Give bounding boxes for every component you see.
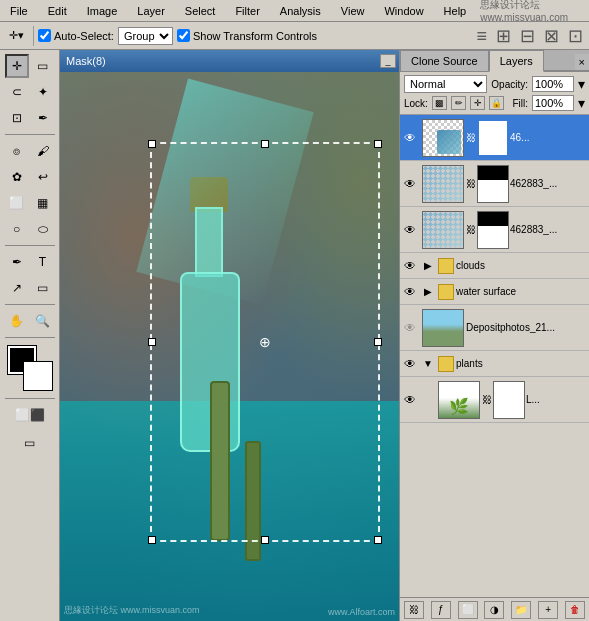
layer-group-item[interactable]: 👁 ▶ water surface [400, 279, 589, 305]
lock-label: Lock: [404, 98, 428, 109]
layer-item[interactable]: 👁 🌿 ⛓ L... [400, 377, 589, 423]
layer-visibility-btn[interactable]: 👁 [400, 163, 420, 204]
menu-view[interactable]: View [335, 3, 371, 19]
group-folder-icon [438, 284, 454, 300]
layer-thumbnail: 🌿 [438, 381, 480, 419]
canvas-window: Mask(8) _ □ × [60, 50, 399, 621]
delete-layer-btn[interactable]: 🗑 [565, 601, 585, 619]
layer-visibility-btn[interactable]: 👁 [400, 379, 420, 420]
color-selector[interactable] [8, 346, 52, 390]
group-expand-btn[interactable]: ▼ [420, 358, 436, 369]
eraser-tool[interactable]: ⬜ [5, 191, 29, 215]
screen-mode-btn[interactable]: ▭ [18, 431, 42, 455]
move-tool-btn[interactable]: ✛▾ [4, 26, 29, 45]
crop-tool[interactable]: ⊡ [5, 106, 29, 130]
layer-style-btn[interactable]: ƒ [431, 601, 451, 619]
link-layers-btn[interactable]: ⛓ [404, 601, 424, 619]
auto-select-dropdown[interactable]: Group [118, 27, 173, 45]
menu-help[interactable]: Help [438, 3, 473, 19]
lock-image-btn[interactable]: ✏ [451, 96, 466, 110]
pen-tool[interactable]: ✒ [5, 250, 29, 274]
menu-window[interactable]: Window [378, 3, 429, 19]
lock-all-btn[interactable]: 🔒 [489, 96, 504, 110]
layer-group-item[interactable]: 👁 ▶ clouds [400, 253, 589, 279]
watermark-left: 思緣设计论坛 www.missvuan.com [64, 604, 200, 617]
fill-label: Fill: [512, 98, 528, 109]
brush-tool[interactable]: 🖌 [31, 139, 55, 163]
layer-name: Depositphotos_21... [466, 322, 589, 333]
lasso-tool[interactable]: ⊂ [5, 80, 29, 104]
auto-select-label: Auto-Select: [38, 29, 114, 42]
clone-tool[interactable]: ✿ [5, 165, 29, 189]
zoom-tool[interactable]: 🔍 [31, 309, 55, 333]
path-select-tool[interactable]: ↗ [5, 276, 29, 300]
opacity-input[interactable] [532, 76, 574, 92]
layers-controls: Normal Opacity: ▾ Lock: ▩ ✏ ✛ 🔒 Fill: ▾ [400, 72, 589, 115]
layer-visibility-btn[interactable]: 👁 [400, 353, 420, 374]
menu-edit[interactable]: Edit [42, 3, 73, 19]
adjustment-btn[interactable]: ◑ [484, 601, 504, 619]
layer-mask-thumbnail [477, 211, 509, 249]
hand-tool[interactable]: ✋ [5, 309, 29, 333]
text-tool[interactable]: T [31, 250, 55, 274]
layer-visibility-btn[interactable]: 👁 [400, 255, 420, 276]
eyedropper-tool[interactable]: ✒ [31, 106, 55, 130]
layer-visibility-btn[interactable]: 👁 [400, 281, 420, 302]
layer-visibility-btn[interactable]: 👁 [400, 209, 420, 250]
menu-image[interactable]: Image [81, 3, 124, 19]
layer-visibility-btn[interactable]: 👁 [400, 117, 420, 158]
layer-item[interactable]: 👁 ⛓ 46... [400, 115, 589, 161]
blend-mode-select[interactable]: Normal [404, 75, 487, 93]
tab-clone-source[interactable]: Clone Source [400, 50, 489, 71]
layer-item[interactable]: 👁 ⛓ 462883_... [400, 161, 589, 207]
tab-layers[interactable]: Layers [489, 50, 544, 72]
fill-arrow[interactable]: ▾ [578, 95, 585, 111]
lock-position-btn[interactable]: ✛ [470, 96, 485, 110]
layer-visibility-btn[interactable]: 👁 [400, 307, 420, 348]
transform-controls-checkbox[interactable] [177, 29, 190, 42]
layer-thumbnail [422, 165, 464, 203]
group-name: clouds [456, 260, 589, 271]
menu-select[interactable]: Select [179, 3, 222, 19]
transform-controls-label: Show Transform Controls [177, 29, 317, 42]
move-tool[interactable]: ✛ [5, 54, 29, 78]
shape-tool[interactable]: ▭ [31, 276, 55, 300]
layer-link-icon: ⛓ [466, 132, 476, 143]
right-panel: Clone Source Layers × Normal Opacity: ▾ … [399, 50, 589, 621]
fill-input[interactable] [532, 95, 574, 111]
group-expand-btn[interactable]: ▶ [420, 260, 436, 271]
menu-analysis[interactable]: Analysis [274, 3, 327, 19]
add-mask-btn[interactable]: ⬜ [458, 601, 478, 619]
canvas-image[interactable]: ⊕ 思緣设计论坛 www.missvuan.com [60, 72, 399, 621]
lock-transparent-btn[interactable]: ▩ [432, 96, 447, 110]
history-tool[interactable]: ↩ [31, 165, 55, 189]
layer-name: 462883_... [510, 224, 589, 235]
bottle-container [160, 132, 300, 452]
main-layout: ✛ ▭ ⊂ ✦ ⊡ ✒ ⌾ 🖌 ✿ ↩ ⬜ ▦ ○ ⬭ ✒ [0, 50, 589, 621]
layer-thumbnail [422, 211, 464, 249]
auto-select-checkbox[interactable] [38, 29, 51, 42]
opacity-arrow[interactable]: ▾ [578, 76, 585, 92]
select-tool[interactable]: ▭ [31, 54, 55, 78]
gradient-tool[interactable]: ▦ [31, 191, 55, 215]
layer-group-item[interactable]: 👁 ▼ plants [400, 351, 589, 377]
panel-close-btn[interactable]: × [575, 54, 589, 71]
minimize-btn[interactable]: _ [380, 54, 396, 68]
group-expand-btn[interactable]: ▶ [420, 286, 436, 297]
magic-wand-tool[interactable]: ✦ [31, 80, 55, 104]
layer-item[interactable]: 👁 Depositphotos_21... [400, 305, 589, 351]
menu-layer[interactable]: Layer [131, 3, 171, 19]
blur-tool[interactable]: ○ [5, 217, 29, 241]
canvas-title: Mask(8) [66, 55, 106, 67]
bamboo-1 [210, 381, 230, 541]
new-layer-btn[interactable]: + [538, 601, 558, 619]
heal-tool[interactable]: ⌾ [5, 139, 29, 163]
layer-item[interactable]: 👁 ⛓ 462883_... [400, 207, 589, 253]
quick-mask-btn[interactable]: ⬜⬛ [6, 403, 54, 427]
background-color[interactable] [24, 362, 52, 390]
menu-filter[interactable]: Filter [229, 3, 265, 19]
layer-thumbnail [422, 119, 464, 157]
new-group-btn[interactable]: 📁 [511, 601, 531, 619]
menu-file[interactable]: File [4, 3, 34, 19]
dodge-tool[interactable]: ⬭ [31, 217, 55, 241]
